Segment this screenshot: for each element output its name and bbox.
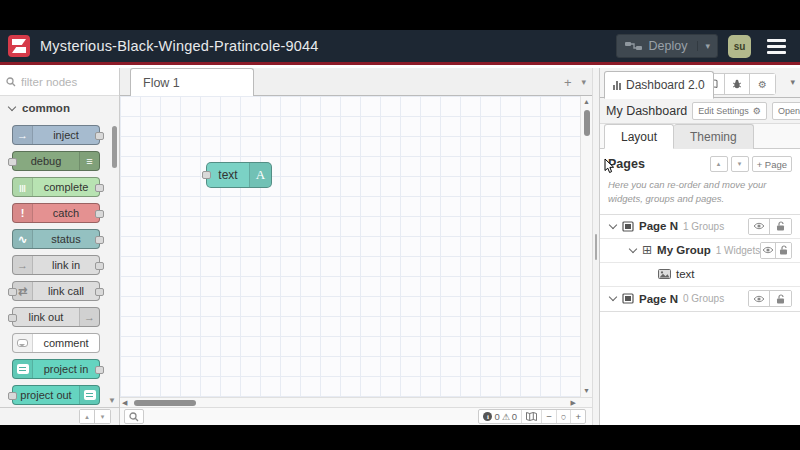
zoom-out-button[interactable]: − — [542, 410, 557, 423]
flow-node-text[interactable]: text A — [206, 162, 272, 188]
debug-tab-button[interactable] — [725, 74, 750, 94]
scroll-right-icon[interactable]: ▶ — [571, 398, 576, 408]
input-port — [8, 158, 17, 166]
search-flows-button[interactable] — [124, 409, 144, 424]
tab-dashboard-2[interactable]: Dashboard 2.0 — [604, 71, 714, 99]
page-icon — [622, 293, 634, 304]
horizontal-scroll-thumb[interactable] — [134, 400, 196, 406]
palette-category-common[interactable]: common — [0, 96, 119, 120]
canvas-vertical-scrollbar[interactable]: ▲ ▼ — [580, 96, 592, 397]
output-port — [95, 236, 104, 244]
tab-theming[interactable]: Theming — [674, 124, 754, 149]
tab-layout[interactable]: Layout — [604, 124, 674, 149]
node-red-editor: Mysterious-Black-Winged-Pratincole-9044 … — [0, 0, 800, 450]
chevron-down-icon — [609, 220, 617, 228]
bar-chart-icon — [613, 80, 621, 90]
move-page-up-button[interactable]: ▴ — [710, 156, 728, 172]
eye-icon — [753, 295, 765, 303]
link-out-icon: → — [79, 308, 99, 326]
toggle-lock-button[interactable] — [770, 291, 791, 306]
scroll-left-icon[interactable]: ◀ — [122, 398, 127, 408]
user-avatar[interactable]: su — [728, 35, 751, 58]
zoom-reset-button[interactable]: ○ — [557, 410, 572, 423]
map-icon — [526, 412, 537, 421]
vertical-scroll-thumb[interactable] — [584, 110, 590, 136]
palette-node-catch[interactable]: ! catch — [12, 203, 100, 223]
deploy-button[interactable]: Deploy ▾ — [616, 34, 718, 58]
palette-scroll-down-icon[interactable]: ▼ — [108, 396, 116, 405]
sidebar-tab-bar: Dashboard 2.0 i ⚙ ▾ — [600, 68, 800, 98]
pages-heading: Pages — [608, 157, 645, 171]
toggle-visibility-button[interactable] — [761, 243, 776, 258]
palette-footer: ▴ ▾ — [0, 407, 119, 425]
notifications-counter[interactable]: i 0 ⚠ 0 — [479, 410, 522, 423]
deploy-options-caret[interactable]: ▾ — [697, 41, 717, 51]
add-flow-button[interactable]: + — [564, 75, 572, 90]
input-port — [8, 314, 17, 322]
palette-node-status[interactable]: ∿ status — [12, 229, 100, 249]
search-icon — [6, 77, 16, 87]
image-icon — [658, 269, 671, 279]
warning-icon: ⚠ — [502, 412, 510, 422]
chevron-down-icon — [8, 102, 16, 110]
gear-icon: ⚙ — [758, 79, 767, 90]
gear-icon: ⚙ — [753, 106, 761, 116]
palette-node-project-out[interactable]: project out — [12, 385, 100, 405]
canvas-horizontal-scrollbar[interactable]: ◀ ▶ — [120, 397, 592, 407]
palette-node-project-in[interactable]: project in — [12, 359, 100, 379]
input-port — [8, 392, 17, 400]
scroll-down-icon[interactable]: ▼ — [583, 385, 590, 397]
info-icon: i — [483, 412, 492, 421]
sidebar-splitter[interactable] — [592, 68, 600, 425]
flow-canvas[interactable]: text A ▲ ▼ — [120, 96, 592, 397]
toggle-visibility-button[interactable] — [749, 219, 770, 234]
palette-node-debug[interactable]: debug ≡ — [12, 151, 100, 171]
tab-flow-1[interactable]: Flow 1 — [130, 68, 254, 96]
project-out-icon — [79, 386, 99, 404]
chevron-down-icon — [629, 244, 637, 252]
sidebar-menu-caret[interactable]: ▾ — [790, 77, 795, 87]
toggle-visibility-button[interactable] — [749, 291, 770, 306]
group-table-icon: ⊞ — [642, 243, 652, 257]
filter-nodes-input[interactable] — [21, 76, 105, 88]
canvas-status-bar: i 0 ⚠ 0 − ○ + — [120, 407, 592, 425]
tree-row-page-1[interactable]: Page N 1 Groups — [600, 215, 800, 239]
add-page-button[interactable]: + Page — [752, 156, 792, 172]
palette-node-link-call[interactable]: ⇄ link call — [12, 281, 100, 301]
tree-row-my-group[interactable]: ⊞ My Group 1 Widgets — [600, 239, 800, 263]
navigator-button[interactable] — [522, 410, 542, 423]
comment-bubble-icon — [13, 334, 33, 352]
palette-node-complete[interactable]: ||| complete — [12, 177, 100, 197]
unlock-icon — [776, 221, 785, 231]
palette-scrollbar[interactable] — [112, 126, 117, 168]
link-in-icon: → — [13, 256, 33, 274]
main-menu-button[interactable] — [761, 35, 792, 58]
palette-node-link-in[interactable]: → link in — [12, 255, 100, 275]
workspace-title: Mysterious-Black-Winged-Pratincole-9044 — [40, 38, 319, 54]
toggle-lock-button[interactable] — [776, 243, 791, 258]
tree-row-text-widget[interactable]: text — [600, 263, 800, 287]
zoom-in-button[interactable]: + — [571, 410, 585, 423]
layout-theming-tabs: Layout Theming — [600, 124, 800, 149]
unlock-icon — [776, 294, 785, 304]
move-page-down-button[interactable]: ▾ — [731, 156, 749, 172]
palette-collapse-all-button[interactable]: ▴ — [80, 410, 95, 423]
tree-row-page-2[interactable]: Page N 0 Groups — [600, 287, 800, 311]
palette-node-comment[interactable]: comment — [12, 333, 100, 353]
palette-node-link-out[interactable]: link out → — [12, 307, 100, 327]
catch-icon: ! — [13, 204, 33, 222]
settings-tab-button[interactable]: ⚙ — [750, 74, 775, 94]
flow-list-caret[interactable]: ▾ — [581, 77, 586, 87]
open-dashboard-button[interactable]: Open Dashboard — [772, 102, 800, 120]
palette-expand-all-button[interactable]: ▾ — [95, 410, 110, 423]
pages-help-text: Here you can re-order and move your widg… — [600, 176, 800, 214]
palette-node-inject[interactable]: → inject — [12, 125, 100, 145]
dashboard-header: My Dashboard Edit Settings ⚙ Open Dashbo… — [600, 98, 800, 124]
node-red-logo-icon — [8, 35, 30, 57]
edit-settings-button[interactable]: Edit Settings ⚙ — [692, 102, 767, 120]
toggle-lock-button[interactable] — [770, 219, 791, 234]
palette-search — [0, 68, 119, 96]
palette-node-list: → inject debug ≡ ||| complete — [0, 120, 119, 407]
scroll-up-icon[interactable]: ▲ — [583, 96, 590, 108]
deploy-label: Deploy — [645, 39, 698, 53]
